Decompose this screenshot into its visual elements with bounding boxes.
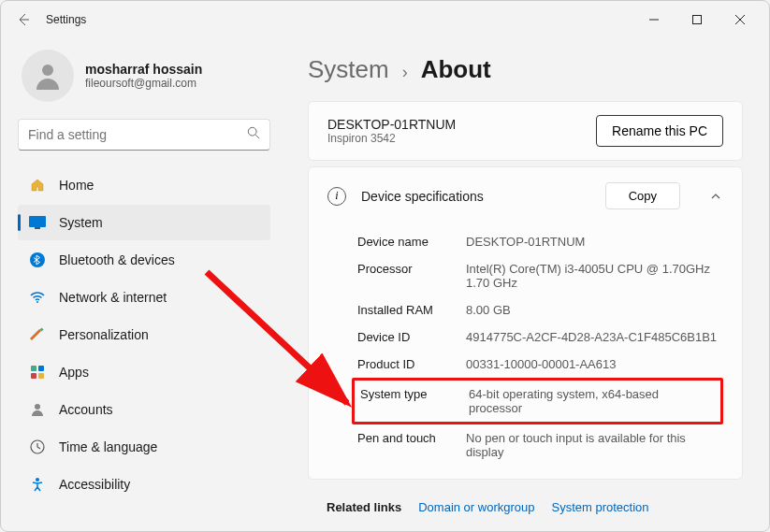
- svg-line-6: [255, 135, 259, 138]
- sidebar-item-personalization[interactable]: Personalization: [18, 317, 270, 352]
- breadcrumb: System › About: [308, 55, 743, 84]
- search-box[interactable]: [18, 119, 270, 151]
- svg-rect-12: [31, 366, 36, 371]
- accounts-icon: [29, 401, 46, 418]
- related-links-label: Related links: [327, 500, 401, 514]
- svg-rect-13: [38, 366, 44, 371]
- svg-point-10: [36, 301, 38, 303]
- spec-label: Pen and touch: [357, 431, 466, 445]
- close-button[interactable]: [719, 5, 762, 35]
- sidebar-item-accessibility[interactable]: Accessibility: [18, 467, 270, 502]
- sidebar-item-apps[interactable]: Apps: [18, 354, 270, 390]
- profile-name: mosharraf hossain: [85, 62, 202, 77]
- profile-block[interactable]: mosharraf hossain fileoursoft@gmail.com: [18, 50, 270, 102]
- spec-label: Processor: [357, 262, 466, 276]
- sidebar-item-accounts[interactable]: Accounts: [18, 392, 270, 427]
- device-specs-header[interactable]: i Device specifications Copy: [309, 167, 742, 224]
- chevron-up-icon: [708, 189, 723, 204]
- sidebar-item-label: Accessibility: [59, 477, 130, 492]
- apps-icon: [29, 364, 46, 381]
- spec-value: 64-bit operating system, x64-based proce…: [469, 387, 715, 415]
- spec-value: 00331-10000-00001-AA613: [466, 357, 723, 371]
- avatar: [22, 50, 74, 102]
- profile-email: fileoursoft@gmail.com: [85, 77, 202, 90]
- sidebar-item-label: System: [59, 215, 103, 230]
- personalization-icon: [29, 326, 46, 343]
- related-link-system-protection[interactable]: System protection: [551, 500, 648, 514]
- spec-label: Device ID: [357, 330, 466, 344]
- app-title: Settings: [46, 13, 86, 26]
- spec-value: Intel(R) Core(TM) i3-4005U CPU @ 1.70GHz…: [466, 262, 723, 290]
- sidebar-item-label: Apps: [59, 365, 89, 380]
- device-model: Inspiron 3542: [327, 132, 456, 145]
- spec-row: System type64-bit operating system, x64-…: [352, 378, 723, 424]
- spec-value: DESKTOP-01RTNUM: [466, 235, 723, 249]
- copy-button[interactable]: Copy: [605, 182, 680, 209]
- rename-pc-button[interactable]: Rename this PC: [596, 115, 723, 147]
- spec-row: Device ID4914775C-A2CF-4D28-A23A-C1F485C…: [357, 324, 723, 351]
- spec-value: No pen or touch input is available for t…: [466, 431, 723, 459]
- sidebar-item-bluetooth[interactable]: Bluetooth & devices: [18, 242, 270, 278]
- time-icon: [29, 439, 46, 455]
- spec-row: Product ID00331-10000-00001-AA613: [357, 351, 723, 378]
- search-input[interactable]: [28, 127, 247, 142]
- sidebar-item-label: Home: [59, 178, 94, 193]
- sidebar-item-system[interactable]: System: [18, 205, 270, 240]
- svg-rect-8: [35, 227, 40, 229]
- system-icon: [29, 214, 46, 231]
- svg-rect-7: [29, 216, 46, 227]
- sidebar-item-label: Accounts: [59, 402, 113, 417]
- svg-point-4: [42, 65, 53, 76]
- info-icon: i: [327, 187, 346, 206]
- svg-rect-1: [693, 16, 702, 24]
- breadcrumb-parent[interactable]: System: [308, 55, 389, 84]
- search-icon: [247, 126, 260, 143]
- spec-label: Installed RAM: [357, 303, 466, 317]
- spec-label: Device name: [357, 235, 466, 249]
- spec-value: 8.00 GB: [466, 303, 723, 317]
- minimize-button[interactable]: [632, 5, 676, 35]
- sidebar-item-time[interactable]: Time & language: [18, 429, 270, 465]
- chevron-right-icon: ›: [402, 63, 408, 82]
- svg-point-9: [30, 252, 45, 267]
- spec-label: Product ID: [357, 357, 466, 371]
- back-button[interactable]: [8, 5, 38, 35]
- maximize-button[interactable]: [676, 5, 719, 35]
- sidebar-item-label: Personalization: [59, 327, 149, 342]
- device-name: DESKTOP-01RTNUM: [327, 117, 456, 132]
- svg-rect-15: [38, 373, 44, 379]
- svg-rect-14: [31, 373, 36, 379]
- bluetooth-icon: [29, 252, 46, 268]
- network-icon: [29, 289, 46, 306]
- spec-row: ProcessorIntel(R) Core(TM) i3-4005U CPU …: [357, 255, 723, 296]
- sidebar-item-home[interactable]: Home: [18, 167, 270, 203]
- spec-value: 4914775C-A2CF-4D28-A23A-C1F485C6B1B1: [466, 330, 723, 344]
- accessibility-icon: [29, 476, 46, 493]
- spec-row: Pen and touchNo pen or touch input is av…: [357, 424, 723, 466]
- page-title: About: [421, 55, 491, 84]
- related-link-domain[interactable]: Domain or workgroup: [418, 500, 534, 514]
- spec-label: System type: [360, 387, 469, 401]
- sidebar-item-label: Bluetooth & devices: [59, 252, 175, 267]
- home-icon: [29, 177, 46, 194]
- spec-row: Device nameDESKTOP-01RTNUM: [357, 228, 723, 255]
- spec-row: Installed RAM8.00 GB: [357, 296, 723, 324]
- sidebar-item-label: Time & language: [59, 439, 157, 454]
- sidebar-item-label: Network & internet: [59, 290, 167, 305]
- specs-title: Device specifications: [361, 189, 590, 204]
- svg-point-5: [248, 127, 256, 136]
- sidebar-item-network[interactable]: Network & internet: [18, 280, 270, 315]
- svg-point-16: [35, 404, 40, 410]
- svg-point-18: [36, 478, 39, 482]
